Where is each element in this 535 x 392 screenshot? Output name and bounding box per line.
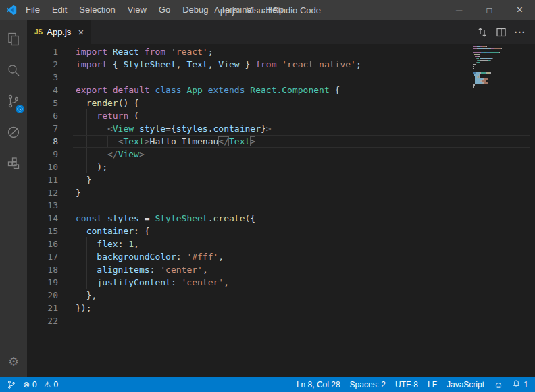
code-token: ; [356,59,361,69]
minimap-token [488,82,488,84]
code-editor[interactable]: 1import React from 'react';2import { Sty… [27,44,535,377]
vscode-window: FileEditSelectionViewGoDebugTerminalHelp… [0,0,535,392]
split-editor-icon[interactable] [492,20,511,44]
code-line[interactable]: 9 </View> [27,148,535,161]
code-line[interactable]: 18 alignItems: 'center', [27,263,535,276]
git-branch-icon[interactable] [7,380,16,389]
code-line[interactable]: 21}); [27,302,535,314]
code-token: create [213,213,245,223]
code-line[interactable]: 11 } [27,173,535,186]
menu-file[interactable]: File [20,0,46,20]
code-line[interactable]: 12} [27,186,535,199]
language-mode[interactable]: JavaScript [447,380,484,389]
code-line[interactable]: 10 ); [27,161,535,173]
code-line[interactable]: 2import { StyleSheet, Text, View } from … [27,58,535,71]
code-line[interactable]: 3 [27,71,535,84]
javascript-file-icon: JS [34,28,43,36]
code-token: default [113,85,155,95]
cursor-position[interactable]: Ln 8, Col 28 [297,380,340,389]
minimap[interactable] [473,46,507,90]
line-number: 13 [27,199,58,212]
code-line[interactable]: 5 render() { [27,96,535,109]
eol-setting[interactable]: LF [428,380,437,389]
code-line[interactable]: 14const styles = StyleSheet.create({ [27,212,535,225]
error-count[interactable]: ⊗ 0 [23,380,37,389]
code-token: StyleSheet [123,59,176,69]
notification-count: 1 [524,380,528,389]
indentation-setting[interactable]: Spaces: 2 [350,380,386,389]
code-line[interactable]: 1import React from 'react'; [27,45,535,58]
line-number: 4 [27,84,58,96]
code-token: . [208,123,213,134]
code-lines: 1import React from 'react';2import { Sty… [27,45,535,327]
code-token: , [224,277,229,287]
code-line[interactable]: 17 backgroundColor: '#fff', [27,250,535,263]
code-token [76,98,86,108]
code-token: from [145,47,171,57]
code-token: < [107,123,113,134]
minimap-token [475,78,483,80]
code-token: } [261,123,266,134]
code-token: 'react' [171,47,208,57]
menu-selection[interactable]: Selection [73,0,121,20]
code-line[interactable]: 6 return ( [27,109,535,122]
code-token: () { [118,98,139,108]
code-token: : [171,277,182,287]
code-token: : [176,252,187,262]
menu-edit[interactable]: Edit [46,0,73,20]
code-line[interactable]: 8 <Text>Hallo Ilmenau</Text> [27,135,535,148]
notifications-bell[interactable]: 1 [512,379,528,390]
code-line[interactable]: 4export default class App extends React.… [27,84,535,96]
tab-close-icon[interactable]: × [78,26,84,38]
code-line[interactable]: 13 [27,199,535,212]
minimap-token [478,56,480,57]
code-line[interactable]: 7 <View style={styles.container}> [27,122,535,135]
close-button[interactable]: × [505,0,535,20]
source-control-icon[interactable] [0,86,27,117]
line-number: 5 [27,96,58,109]
tab-appjs[interactable]: JS App.js × [27,20,91,44]
minimap-token [490,72,492,74]
menu-debug[interactable]: Debug [176,0,214,20]
line-number: 20 [27,289,58,302]
code-token [134,123,139,134]
source-control-badge [16,105,24,113]
line-number: 11 [27,173,58,186]
minimap-token [492,58,493,59]
code-line[interactable]: 16 flex: 1, [27,237,535,250]
code-line[interactable]: 15 container: { [27,225,535,237]
more-actions-icon[interactable]: ··· [511,20,530,44]
code-token: } [76,175,91,185]
code-token: ; [208,47,213,57]
tab-label: App.js [47,27,71,37]
code-token: 'react-native' [282,59,356,69]
code-token: > [266,123,272,134]
extensions-icon[interactable] [0,148,27,179]
menu-go[interactable]: Go [153,0,176,20]
line-number: 10 [27,161,58,173]
settings-gear-icon[interactable]: ⚙ [0,350,27,373]
line-number: 7 [27,122,58,135]
code-token: Hallo Ilmenau [150,136,219,146]
code-token: } [240,59,255,69]
code-token: export [76,85,113,95]
code-token: } [76,188,81,198]
code-line[interactable]: 19 justifyContent: 'center', [27,276,535,289]
search-icon[interactable] [0,55,27,86]
warning-count[interactable]: ⚠ 0 [44,380,58,389]
explorer-icon[interactable] [0,24,27,55]
code-token: render [86,98,118,108]
encoding-setting[interactable]: UTF-8 [395,380,418,389]
code-token: App [186,85,207,95]
debug-icon[interactable] [0,117,27,148]
maximize-button[interactable]: □ [474,0,505,20]
feedback-smiley-icon[interactable]: ☺ [494,380,503,390]
code-line[interactable]: 20 }, [27,289,535,302]
open-changes-icon[interactable] [473,20,492,44]
menu-view[interactable]: View [122,0,153,20]
minimize-button[interactable]: ─ [444,0,474,20]
minimap-token [480,60,487,61]
code-token: styles [176,123,208,134]
code-line[interactable]: 22 [27,314,535,327]
activity-bar: ⚙ [0,20,27,377]
